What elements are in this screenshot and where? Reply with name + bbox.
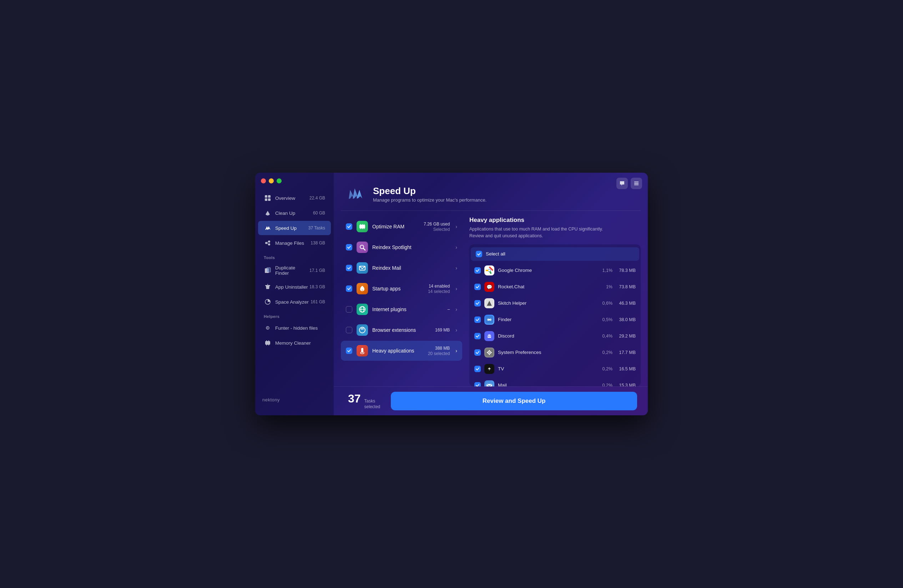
task-item-heavy-apps[interactable]: Heavy applications 388 MB 20 selected ›	[341, 341, 462, 361]
task-checkbox-reindex-spotlight[interactable]	[346, 244, 352, 250]
app-row-discord[interactable]: Discord 0,4% 29.2 MB	[469, 328, 641, 344]
funter-label: Funter - hidden files	[275, 325, 325, 331]
sidebar-item-space[interactable]: Space Analyzer 161 GB	[258, 295, 331, 309]
app-checkbox-mail[interactable]	[474, 382, 481, 387]
close-button[interactable]	[261, 178, 266, 183]
sidebar-item-uninstaller[interactable]: App Uninstaller 18.3 GB	[258, 280, 331, 294]
finder-app-icon	[485, 315, 494, 325]
app-checkbox-tv[interactable]	[474, 366, 481, 372]
task-item-reindex-mail[interactable]: Reindex Mail ›	[341, 258, 462, 278]
app-row-finder[interactable]: Finder 0,5% 38.0 MB	[469, 311, 641, 328]
select-all-checkbox[interactable]	[476, 251, 482, 257]
select-all-row[interactable]: Select all	[471, 247, 639, 261]
task-list-panel: Optimize RAM 7.26 GB used Selected ›	[334, 217, 462, 387]
app-row-skitch[interactable]: Skitch Helper 0,6% 46.3 MB	[469, 295, 641, 311]
task-item-internet-plugins[interactable]: Internet plugins – ›	[341, 299, 462, 319]
sidebar-item-funter[interactable]: Funter - hidden files	[258, 321, 331, 335]
detail-title: Heavy applications	[469, 217, 641, 224]
app-checkbox-rocket[interactable]	[474, 284, 481, 290]
task-icon-mail	[357, 262, 368, 274]
tasks-label-line2: selected	[364, 404, 381, 410]
app-checkbox-skitch[interactable]	[474, 300, 481, 307]
svg-point-9	[265, 242, 267, 244]
task-chevron-spotlight: ›	[455, 244, 457, 250]
task-checkbox-browser[interactable]	[346, 327, 352, 333]
app-checkbox-sysprefs[interactable]	[474, 349, 481, 356]
chat-icon-button[interactable]	[617, 178, 628, 189]
titlebar	[261, 178, 282, 183]
tasks-label: Tasks selected	[364, 399, 381, 410]
app-cpu-sysprefs: 0,2%	[599, 350, 612, 355]
task-checkbox-startup-apps[interactable]	[346, 285, 352, 292]
app-row-rocket[interactable]: 💬 Rocket.Chat 1% 73.8 MB	[469, 279, 641, 295]
sidebar-item-memory[interactable]: Memory Cleaner	[258, 336, 331, 350]
svg-point-50	[488, 269, 491, 272]
svg-rect-1	[634, 183, 639, 184]
app-row-tv[interactable]: TV 0,2% 16.5 MB	[469, 361, 641, 377]
cleanup-icon	[264, 209, 272, 217]
sidebar-item-duplicate[interactable]: Duplicate Finder 17.1 GB	[258, 262, 331, 279]
task-meta-bottom-startup: 14 selected	[428, 289, 450, 294]
duplicate-badge: 17.1 GB	[310, 268, 325, 273]
tasks-count-area: 37 Tasks selected	[341, 392, 380, 410]
app-cpu-mail: 0,2%	[599, 383, 612, 387]
tasks-count: 37	[348, 392, 361, 405]
app-row-sysprefs[interactable]: System Preferences 0,2% 17.7 MB	[469, 344, 641, 361]
app-row-chrome[interactable]: Google Chrome 1,1% 78.3 MB	[469, 262, 641, 279]
sidebar-item-cleanup[interactable]: Clean Up 60 GB	[258, 206, 331, 220]
speedup-icon	[264, 224, 272, 232]
app-mem-sysprefs: 17.7 MB	[616, 350, 636, 355]
task-meta-bottom-heavy: 20 selected	[428, 351, 450, 356]
svg-marker-28	[357, 190, 362, 198]
sidebar-item-managefiles[interactable]: Manage Files 138 GB	[258, 236, 331, 250]
svg-rect-30	[360, 224, 361, 225]
app-checkbox-discord[interactable]	[474, 333, 481, 339]
content-area: Speed Up Manage programs to optimize you…	[334, 173, 648, 415]
review-speed-up-button[interactable]: Review and Speed Up	[391, 392, 637, 410]
task-chevron-browser: ›	[455, 327, 457, 333]
app-checkbox-finder[interactable]	[474, 316, 481, 323]
app-mem-mail: 15.3 MB	[616, 383, 636, 387]
uninstaller-label: App Uninstaller	[275, 285, 310, 290]
task-icon-startup	[357, 283, 368, 294]
app-name-chrome: Google Chrome	[498, 267, 595, 273]
svg-rect-2	[634, 184, 639, 185]
helpers-section-label: Helpers	[255, 309, 334, 321]
task-meta-top-heavy: 388 MB	[428, 346, 450, 351]
svg-rect-22	[266, 340, 267, 341]
task-checkbox-plugins[interactable]	[346, 306, 352, 313]
maximize-button[interactable]	[277, 178, 282, 183]
managefiles-badge: 138 GB	[310, 241, 325, 245]
svg-rect-31	[362, 224, 363, 225]
sidebar-item-overview[interactable]: Overview 22.4 GB	[258, 191, 331, 205]
task-checkbox-optimize-ram[interactable]	[346, 223, 352, 230]
app-checkbox-chrome[interactable]	[474, 267, 481, 274]
list-icon-button[interactable]	[631, 178, 642, 189]
task-meta-top-startup: 14 enabled	[428, 284, 450, 289]
task-icon-heavy	[357, 345, 368, 357]
app-name-sysprefs: System Preferences	[498, 350, 595, 355]
app-mem-rocket: 73.8 MB	[616, 285, 636, 289]
sidebar-item-speedup[interactable]: Speed Up 37 Tasks	[258, 221, 331, 235]
task-checkbox-heavy[interactable]	[346, 347, 352, 354]
header-divider	[341, 211, 641, 211]
cleanup-badge: 60 GB	[313, 211, 325, 215]
app-row-mail[interactable]: Mail 0,2% 15.3 MB	[469, 377, 641, 387]
top-right-toolbar	[617, 178, 642, 189]
svg-rect-0	[634, 182, 639, 182]
task-meta-top-optimize-ram: 7.26 GB used	[424, 222, 450, 226]
task-item-reindex-spotlight[interactable]: Reindex Spotlight ›	[341, 237, 462, 257]
panels-container: Optimize RAM 7.26 GB used Selected ›	[334, 217, 648, 387]
app-cpu-chrome: 1,1%	[599, 268, 612, 273]
task-checkbox-reindex-mail[interactable]	[346, 265, 352, 271]
task-item-browser-extensions[interactable]: Browser extensions 169 MB ›	[341, 320, 462, 340]
task-item-startup-apps[interactable]: Startup apps 14 enabled 14 selected ›	[341, 279, 462, 299]
minimize-button[interactable]	[269, 178, 274, 183]
task-chevron-startup: ›	[455, 286, 457, 291]
brand-logo: nektony	[255, 391, 334, 408]
app-mem-finder: 38.0 MB	[616, 317, 636, 322]
task-item-optimize-ram[interactable]: Optimize RAM 7.26 GB used Selected ›	[341, 217, 462, 237]
task-icon-plugins	[357, 303, 368, 315]
detail-description: Applications that use too much RAM and l…	[469, 226, 641, 239]
task-meta-browser: 169 MB	[435, 327, 450, 333]
